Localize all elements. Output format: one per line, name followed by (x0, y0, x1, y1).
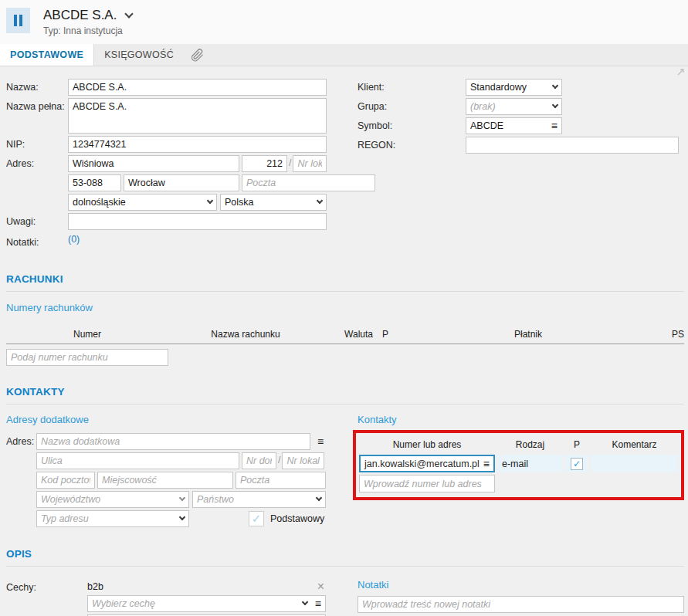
attachments-paperclip-icon[interactable] (184, 44, 211, 66)
kontakt-komentarz-cell[interactable] (591, 455, 678, 472)
wybierz-ceche-select[interactable]: Wybierz cechę ≡ (87, 595, 326, 612)
ulica2-input[interactable] (36, 452, 239, 469)
podstawowy-label: Podstawowy (270, 513, 324, 524)
institution-icon (6, 8, 30, 33)
kontakt-numer-input[interactable]: jan.kowalski@mercatum.pl ≡ (359, 455, 495, 472)
notatki-label: Notatki: (6, 234, 68, 248)
adresy-dodatkowe-subtitle[interactable]: Adresy dodatkowe (6, 414, 347, 425)
panstwo2-select[interactable]: Państwo (192, 491, 326, 508)
poczta2-input[interactable] (236, 472, 326, 489)
kod-pocztowy2-input[interactable] (36, 472, 95, 489)
nr-domu2-input[interactable] (242, 452, 276, 469)
poczta-input[interactable] (242, 174, 375, 191)
col-waluta[interactable]: Waluta (323, 329, 373, 340)
numer-rachunku-input[interactable] (6, 349, 168, 366)
kontakt-p-cell: ✓ (565, 455, 588, 472)
symbol-label: Symbol: (358, 117, 466, 131)
ulica-input[interactable] (68, 155, 239, 172)
col-nazwa-rachunku[interactable]: Nazwa rachunku (168, 329, 323, 340)
nazwa-input[interactable] (68, 79, 327, 96)
page-title: ABCDE S.A. (43, 8, 117, 23)
chevron-down-icon (552, 102, 558, 108)
notatki-count-link[interactable]: (0) (68, 234, 80, 245)
kontakt-row: jan.kowalski@mercatum.pl ≡ e-mail ✓ (359, 455, 678, 472)
grupa-select[interactable]: (brak) (466, 98, 562, 115)
window-header: ABCDE S.A. Typ: Inna instytucja (0, 0, 688, 44)
col-komentarz[interactable]: Komentarz (591, 439, 678, 450)
nowy-kontakt-input[interactable] (359, 475, 495, 492)
notatki-subtitle[interactable]: Notatki (358, 579, 684, 591)
kontakt-rodzaj-cell[interactable]: e-mail (497, 455, 563, 472)
numery-rachunkow-subtitle[interactable]: Numery rachunków (6, 302, 684, 313)
chevron-down-icon (317, 198, 323, 204)
divider (6, 566, 684, 567)
tab-bar: PODSTAWOWE KSIĘGOWOŚĆ (0, 44, 688, 66)
nazwa-pelna-label: Nazwa pełna: (6, 98, 68, 112)
adres-label: Adres: (6, 155, 68, 169)
menu-icon[interactable]: ≡ (310, 433, 324, 447)
menu-icon[interactable]: ≡ (551, 120, 558, 131)
menu-icon[interactable]: ≡ (483, 459, 490, 469)
chevron-down-icon (207, 198, 213, 204)
nr-domu-input[interactable] (242, 155, 287, 172)
chevron-down-icon[interactable] (125, 9, 134, 18)
remove-tag-icon[interactable]: × (317, 580, 324, 593)
col-numer-lub-adres[interactable]: Numer lub adres (359, 439, 495, 450)
nip-label: NIP: (6, 136, 68, 150)
nowa-notatka-input[interactable] (358, 596, 684, 613)
slash-separator: / (276, 452, 282, 465)
col-p[interactable]: P (373, 329, 398, 340)
rachunki-table-header: Numer Nazwa rachunku Waluta P Płatnik PS (6, 329, 684, 344)
tab-ksiegowosc[interactable]: KSIĘGOWOŚĆ (94, 44, 184, 66)
klient-label: Klient: (358, 79, 466, 93)
uwagi-input[interactable] (68, 213, 327, 230)
uwagi-label: Uwagi: (6, 213, 68, 227)
cechy-label: Cechy: (6, 579, 87, 593)
wojewodztwo-select[interactable]: dolnośląskie (68, 194, 217, 211)
type-subtitle: Typ: Inna instytucja (43, 25, 132, 36)
regon-label: REGON: (358, 137, 466, 151)
divider (6, 404, 684, 404)
wojewodztwo2-select[interactable]: Województwo (36, 491, 189, 508)
scroll-arrow-icon[interactable] (677, 69, 684, 76)
rachunki-section-title: RACHUNKI (6, 273, 684, 285)
tab-podstawowe[interactable]: PODSTAWOWE (0, 44, 94, 66)
nr-lokalu-input[interactable] (293, 155, 327, 172)
col-numer[interactable]: Numer (6, 329, 168, 340)
check-icon: ✓ (573, 459, 581, 469)
col-p2[interactable]: P (565, 439, 588, 450)
chevron-down-icon (179, 514, 185, 520)
check-icon: ✓ (252, 512, 262, 526)
podstawowy-checkbox[interactable]: ✓ (249, 511, 264, 526)
main-content: Nazwa: Nazwa pełna: ABCDE S.A. NIP: Adre… (0, 66, 688, 616)
klient-select[interactable]: Standardowy (466, 79, 562, 96)
adres-dodatkowy-label: Adres: (6, 433, 36, 447)
chevron-down-icon (302, 599, 308, 605)
kontakty-subtitle[interactable]: Kontakty (358, 414, 684, 425)
kontakty-highlight-box: Numer lub adres Rodzaj P Komentarz jan.k… (353, 430, 684, 500)
col-platnik[interactable]: Płatnik (398, 329, 659, 340)
miejscowosc2-input[interactable] (97, 472, 233, 489)
chevron-down-icon (552, 83, 558, 89)
col-ps[interactable]: PS (659, 329, 684, 340)
typ-adresu-select[interactable]: Typ adresu (36, 510, 189, 527)
cecha-tag: b2b × (87, 579, 326, 594)
nazwa-label: Nazwa: (6, 79, 68, 93)
opis-section-title: OPIS (6, 548, 684, 560)
kontakty-table-header: Numer lub adres Rodzaj P Komentarz (359, 436, 678, 455)
nazwa-pelna-textarea[interactable]: ABCDE S.A. (68, 98, 327, 134)
chevron-down-icon (179, 495, 185, 501)
nazwa-dodatkowa-input[interactable] (36, 433, 310, 450)
kod-pocztowy-input[interactable] (68, 174, 121, 191)
p-checkbox[interactable]: ✓ (571, 458, 583, 470)
symbol-input[interactable]: ABCDE ≡ (466, 117, 562, 134)
panstwo-select[interactable]: Polska (220, 194, 327, 211)
col-rodzaj[interactable]: Rodzaj (497, 439, 563, 450)
menu-icon[interactable]: ≡ (315, 598, 321, 609)
regon-input[interactable] (466, 137, 679, 154)
nr-lokalu2-input[interactable] (282, 452, 324, 469)
kontakty-section-title: KONTAKTY (6, 386, 684, 398)
miejscowosc-input[interactable] (124, 174, 239, 191)
slash-separator: / (287, 155, 293, 168)
nip-input[interactable] (68, 136, 327, 153)
